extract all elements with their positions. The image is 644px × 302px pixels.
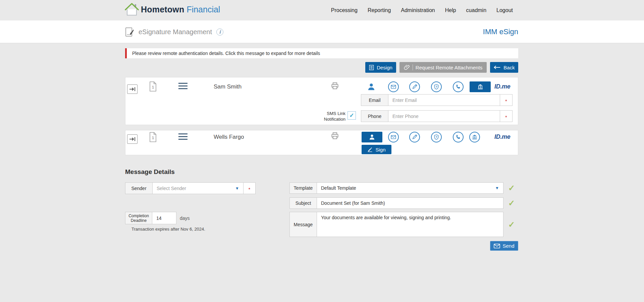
signer-name: Sam Smith (214, 83, 241, 90)
required-asterisk: * (505, 100, 507, 103)
expiration-note: Transaction expires after Nov 6, 2024. (131, 227, 205, 232)
in-person-signer-icon[interactable] (366, 81, 377, 92)
top-nav-menu: Processing Reporting Administration Help… (331, 0, 513, 20)
subject-label: Subject (289, 197, 317, 209)
phone-label: Phone (361, 110, 388, 122)
product-brand: IMM eSign (483, 20, 518, 43)
toolbar: Design Request Remote Attachments Back (125, 62, 518, 73)
sender-required-indicator: * (243, 182, 256, 194)
signing-order-icon[interactable] (127, 84, 138, 94)
nav-item-logout[interactable]: Logout (496, 7, 513, 13)
sender-label: Sender (125, 182, 153, 194)
design-doc-icon (369, 65, 374, 70)
security-question-icon[interactable]: ? (431, 81, 442, 92)
page-title: eSignature Management (139, 28, 212, 36)
phone-auth-icon[interactable] (453, 132, 464, 142)
completion-deadline-input[interactable] (152, 212, 176, 224)
sender-selected-value: Select Sender (157, 186, 186, 191)
back-button[interactable]: Back (490, 62, 518, 73)
nav-item-administration[interactable]: Administration (401, 7, 435, 13)
completion-deadline-label: Completion Deadline (125, 212, 152, 224)
nav-item-cuadmin[interactable]: cuadmin (466, 7, 486, 13)
remote-auth-alert[interactable]: Please review remote authentication deta… (125, 48, 518, 58)
info-icon[interactable]: i (216, 28, 223, 36)
sign-button[interactable]: Sign (362, 145, 391, 154)
sender-select[interactable]: Select Sender ▼ (152, 182, 244, 194)
message-textarea[interactable]: Your documents are available for viewing… (317, 212, 503, 237)
subject-valid-check-icon: ✓ (504, 197, 519, 209)
alert-text: Please review remote authentication deta… (132, 51, 320, 56)
template-valid-check-icon: ✓ (504, 182, 519, 194)
house-logo-icon (124, 2, 140, 17)
checkbox-check-icon: ✓ (349, 113, 354, 118)
remote-institution-icon[interactable] (469, 132, 480, 142)
phone-input[interactable] (388, 110, 500, 122)
page-header: eSignature Management i IMM eSign (0, 20, 644, 43)
nav-item-help[interactable]: Help (445, 7, 456, 13)
phone-required-indicator: * (500, 110, 513, 122)
remote-institution-icon-selected[interactable] (470, 81, 491, 92)
email-input[interactable] (388, 94, 500, 106)
drag-handle-icon[interactable] (178, 83, 187, 89)
svg-text:?: ? (435, 85, 437, 88)
drag-handle-icon[interactable] (178, 133, 187, 140)
required-asterisk: * (505, 116, 507, 119)
esign-pen-icon[interactable] (409, 132, 420, 142)
signer-row-sam-smith: 1 Sam Smith ? ID.me Email * SMS Link Not… (125, 77, 518, 125)
phone-auth-icon[interactable] (453, 81, 464, 92)
email-auth-icon[interactable] (388, 132, 399, 142)
security-question-icon[interactable]: ? (431, 132, 442, 142)
template-label: Template (289, 182, 317, 194)
logo-text-main: Hometown (141, 2, 184, 17)
document-count-icon: 1 (150, 81, 156, 92)
print-icon[interactable] (331, 82, 339, 92)
signing-order-icon[interactable] (127, 134, 138, 144)
sms-link-checkbox[interactable]: ✓ (347, 111, 356, 120)
subject-input[interactable] (317, 197, 503, 209)
logo-text-sub: Financial (186, 2, 220, 17)
svg-text:1: 1 (152, 85, 154, 89)
signer-row-wells-fargo: 1 Wells Fargo ? ID.me Sign (125, 130, 518, 155)
message-label: Message (289, 212, 317, 237)
message-valid-check-icon: ✓ (504, 212, 519, 237)
back-arrow-icon (493, 65, 501, 69)
nav-item-reporting[interactable]: Reporting (368, 7, 391, 13)
esign-pen-icon[interactable] (409, 81, 420, 92)
logo[interactable]: Hometown Financial (124, 2, 220, 17)
svg-text:1: 1 (152, 136, 154, 140)
nav-item-processing[interactable]: Processing (331, 7, 358, 13)
signer-name: Wells Fargo (214, 134, 244, 140)
idme-icon[interactable]: ID.me (494, 133, 511, 140)
top-nav-bar: Hometown Financial Processing Reporting … (0, 0, 644, 20)
caret-down-icon: ▼ (235, 186, 239, 190)
email-required-indicator: * (500, 94, 513, 106)
in-person-signer-icon-selected[interactable] (362, 132, 382, 142)
request-remote-attachments-button[interactable]: Request Remote Attachments (399, 62, 487, 73)
sms-link-notification-label: SMS Link Notification (312, 111, 345, 122)
print-icon[interactable] (331, 132, 339, 141)
required-asterisk: * (249, 188, 251, 191)
svg-text:?: ? (435, 136, 437, 139)
send-envelope-icon (494, 244, 500, 248)
design-button[interactable]: Design (365, 62, 396, 73)
esign-document-icon (125, 27, 134, 37)
document-count-icon: 1 (150, 132, 156, 142)
page: { "topnav": { "logo_main": "Hometown", "… (0, 0, 644, 302)
template-selected-value: Default Template (321, 185, 356, 191)
sign-pen-icon (367, 147, 373, 152)
send-button[interactable]: Send (490, 241, 518, 251)
template-select[interactable]: Default Template ▼ (317, 182, 503, 194)
message-details-heading: Message Details (125, 168, 175, 176)
completion-unit-label: days (180, 212, 190, 224)
email-label: Email (361, 94, 388, 106)
paperclip-icon (404, 64, 413, 70)
idme-icon[interactable]: ID.me (494, 83, 511, 90)
caret-down-icon: ▼ (495, 186, 499, 190)
email-auth-icon[interactable] (388, 81, 399, 92)
